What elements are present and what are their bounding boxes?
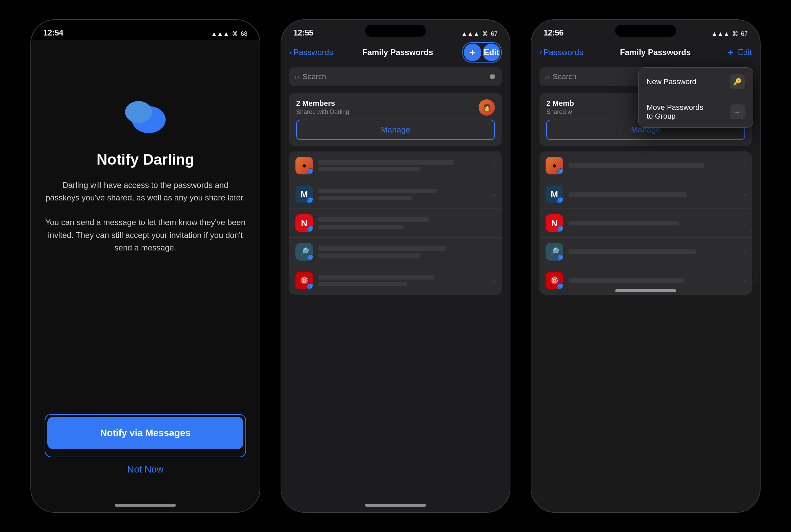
- pw-info-3-1: [569, 192, 738, 197]
- app-icon-label-4: 🎯: [300, 276, 309, 285]
- table-row[interactable]: ● 👥 ›: [540, 151, 752, 180]
- pw-section-2: ● 👥 › M 👥: [289, 151, 502, 295]
- table-row[interactable]: ● 👥 ›: [289, 151, 502, 180]
- plus-icon-2: +: [470, 48, 475, 57]
- password-list-3: ● 👥 › M 👥: [531, 149, 760, 298]
- home-bar-3: [615, 289, 676, 292]
- dropdown-item-new-password[interactable]: New Password 🔑: [639, 68, 753, 96]
- status-icons-2: ▲▲▲ ⌘ 67: [462, 30, 497, 38]
- app-icon-3-0: ● 👥: [546, 157, 563, 174]
- plus-edit-button-group: + Edit: [463, 42, 502, 62]
- notify-via-messages-button[interactable]: Notify via Messages: [47, 417, 243, 449]
- phone-3-screen: 12:56 ▲▲▲ ⌘ 67 ‹ Passwords Family Passwo…: [531, 20, 760, 298]
- pw-info-1: [318, 189, 488, 200]
- group-avatar-2: 👩: [479, 99, 495, 116]
- shared-badge-3-3: 👥: [557, 254, 563, 261]
- table-row[interactable]: 🎯 👥 ›: [289, 266, 502, 295]
- battery-icon: 68: [241, 31, 247, 38]
- app-icon-3-2-label: N: [551, 218, 558, 228]
- app-icon-3-0-label: ●: [552, 161, 557, 170]
- shared-badge-0: 👥: [307, 168, 313, 174]
- shared-badge-4: 👥: [307, 283, 313, 289]
- table-row[interactable]: 🔎 👥 ›: [540, 238, 752, 266]
- manage-button-2[interactable]: Manage: [296, 120, 495, 140]
- app-icon-3-4-label: 🎯: [550, 276, 559, 285]
- bubble-front: [125, 101, 152, 123]
- phone-2: 12:55 ▲▲▲ ⌘ 67 ‹ Passwords Family Passwo…: [281, 19, 510, 513]
- pw-name-3-4: [569, 278, 684, 283]
- password-list-2: ● 👥 › M 👥: [281, 149, 510, 512]
- chevron-right-3-1: ›: [743, 191, 746, 198]
- pw-name-1: [318, 189, 437, 193]
- pw-info-2: [318, 217, 488, 229]
- table-row[interactable]: M 👥 ›: [540, 180, 752, 209]
- pw-name-3-2: [569, 221, 679, 225]
- app-icon-3: 🔎 👥: [296, 243, 313, 261]
- notify-title: Notify Darling: [97, 151, 194, 168]
- wifi-icon-2: ⌘: [482, 30, 488, 38]
- phone-1-bottom-actions: Notify via Messages Not Now: [44, 414, 246, 482]
- group-members-2: 2 Members: [296, 99, 349, 108]
- group-shared-3: Shared w: [546, 109, 574, 116]
- pw-name-3-0: [569, 163, 704, 168]
- status-icons-1: ▲▲▲ ⌘ 68: [211, 30, 247, 38]
- app-icon-label-0: ●: [302, 161, 306, 170]
- app-icon-3-1: M 👥: [546, 186, 563, 203]
- chevron-right-3-4: ›: [743, 277, 746, 285]
- group-members-3: 2 Memb: [546, 99, 574, 108]
- chevron-right-0: ›: [493, 162, 495, 170]
- chevron-right-3-3: ›: [743, 248, 746, 256]
- app-icon-3-2: N 👥: [546, 214, 563, 232]
- pw-name-0: [318, 160, 454, 165]
- shared-badge-3-1: 👥: [557, 197, 563, 203]
- add-button-2[interactable]: +: [464, 44, 482, 61]
- pw-detail-3: [318, 253, 420, 258]
- app-icon-label-2: N: [301, 218, 307, 228]
- chevron-right-4: ›: [493, 277, 495, 285]
- table-row[interactable]: M 👥 ›: [289, 180, 502, 209]
- pw-detail-4: [318, 282, 407, 286]
- app-icon-3-3: 🔎 👥: [546, 243, 563, 261]
- notify-button-wrapper: Notify via Messages: [44, 414, 246, 457]
- nav-bar-3: ‹ Passwords Family Passwords + Edit: [531, 40, 760, 64]
- nav-actions-3: + Edit: [728, 46, 752, 59]
- battery-icon-2: 67: [491, 31, 497, 38]
- wifi-icon: ⌘: [232, 30, 238, 38]
- pw-name-2: [318, 217, 429, 222]
- table-row[interactable]: 🔎 👥 ›: [289, 238, 502, 266]
- group-info-2: 2 Members Shared with Darling: [296, 99, 349, 116]
- back-button-2[interactable]: ‹ Passwords: [289, 48, 333, 57]
- avatar-emoji-2: 👩: [483, 103, 491, 112]
- plus-button-3[interactable]: +: [728, 46, 734, 59]
- pw-name-3-1: [569, 192, 687, 197]
- back-label-2: Passwords: [294, 48, 333, 57]
- pw-detail-0: [318, 167, 420, 171]
- phone-2-screen: 12:55 ▲▲▲ ⌘ 67 ‹ Passwords Family Passwo…: [281, 20, 510, 512]
- pw-info-3-4: [569, 278, 738, 283]
- manage-label-2: Manage: [381, 125, 410, 134]
- not-now-button[interactable]: Not Now: [44, 457, 246, 482]
- app-icon-4: 🎯 👥: [296, 272, 313, 289]
- table-row[interactable]: N 👥 ›: [540, 209, 752, 238]
- group-shared-2: Shared with Darling: [296, 109, 349, 116]
- shared-badge-3-2: 👥: [557, 226, 563, 232]
- dynamic-island-2: [365, 25, 426, 37]
- search-bar-2[interactable]: ⌕ Search ⏺: [289, 67, 502, 86]
- back-button-3[interactable]: ‹ Passwords: [540, 48, 583, 57]
- pw-info-3: [318, 246, 488, 258]
- edit-button-2[interactable]: Edit: [483, 44, 500, 61]
- app-icon-2: N 👥: [296, 214, 313, 232]
- table-row[interactable]: N 👥 ›: [289, 209, 502, 238]
- notify-body-2: You can send a message to let them know …: [44, 216, 246, 254]
- time-1: 12:54: [43, 28, 63, 38]
- search-container-2: ⌕ Search ⏺: [281, 64, 510, 90]
- dropdown-item-move-passwords[interactable]: Move Passwordsto Group →: [639, 96, 753, 128]
- signal-icon: ▲▲▲: [211, 31, 229, 38]
- chevron-right-3-2: ›: [743, 220, 746, 227]
- chat-bubbles-icon: [124, 101, 167, 135]
- mic-icon-2: ⏺: [489, 72, 496, 81]
- new-password-label: New Password: [647, 77, 696, 86]
- edit-button-3[interactable]: Edit: [738, 48, 752, 57]
- phone-1-screen: 12:54 ▲▲▲ ⌘ 68 Notify Darling Darling wi…: [31, 20, 260, 512]
- wifi-icon-3: ⌘: [732, 30, 738, 38]
